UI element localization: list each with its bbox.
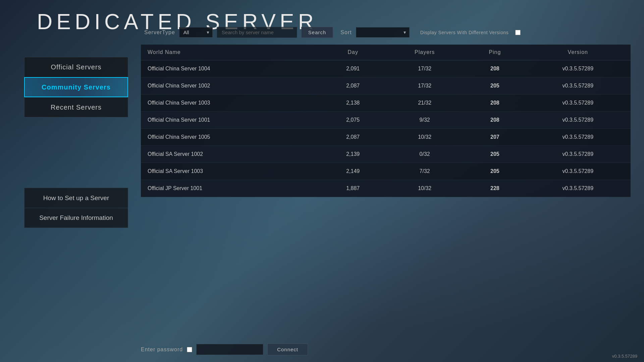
table-row[interactable]: Official China Server 1005 2,087 10/32 2… (141, 129, 631, 146)
cell-day: 2,138 (321, 95, 385, 112)
server-type-label: ServerType (144, 29, 175, 36)
table-row[interactable]: Official China Server 1001 2,075 9/32 20… (141, 112, 631, 129)
sort-label: Sort (340, 29, 352, 36)
main-panel: ServerType All Official Community Recent… (141, 27, 631, 342)
cell-version: v0.3.5.57289 (525, 163, 631, 180)
col-version: Version (525, 45, 631, 60)
search-input[interactable] (217, 27, 297, 38)
how-to-setup-button[interactable]: How to Set up a Server (24, 188, 128, 208)
table-row[interactable]: Official SA Server 1002 2,139 0/32 205 v… (141, 146, 631, 163)
cell-players: 0/32 (385, 146, 465, 163)
cell-version: v0.3.5.57289 (525, 77, 631, 95)
cell-day: 2,087 (321, 77, 385, 95)
sidebar-item-official-servers[interactable]: Official Servers (24, 57, 128, 77)
password-checkbox[interactable] (187, 347, 192, 352)
cell-server-name: Official SA Server 1002 (141, 146, 321, 163)
table-row[interactable]: Official China Server 1003 2,138 21/32 2… (141, 95, 631, 112)
cell-version: v0.3.5.57289 (525, 146, 631, 163)
table-header-row: World Name Day Players Ping Version (141, 45, 631, 60)
cell-server-name: Official China Server 1005 (141, 129, 321, 146)
server-type-select[interactable]: All Official Community Recent (179, 27, 213, 38)
diff-versions-checkbox[interactable] (515, 30, 521, 35)
cell-players: 21/32 (385, 95, 465, 112)
cell-version: v0.3.5.57289 (525, 95, 631, 112)
cell-players: 9/32 (385, 112, 465, 129)
sidebar-nav: Official Servers Community Servers Recen… (24, 57, 128, 117)
cell-day: 1,887 (321, 180, 385, 197)
cell-server-name: Official China Server 1001 (141, 112, 321, 129)
cell-ping: 205 (465, 77, 525, 95)
table-row[interactable]: Official China Server 1002 2,087 17/32 2… (141, 77, 631, 95)
cell-server-name: Official China Server 1004 (141, 60, 321, 77)
password-row: Enter password Connect (141, 344, 308, 355)
search-button[interactable]: Search (301, 27, 333, 38)
cell-version: v0.3.5.57289 (525, 180, 631, 197)
sidebar-item-recent-servers[interactable]: Recent Servers (24, 97, 128, 117)
cell-ping: 208 (465, 95, 525, 112)
cell-day: 2,075 (321, 112, 385, 129)
cell-ping: 207 (465, 129, 525, 146)
cell-ping: 208 (465, 112, 525, 129)
sort-select[interactable]: Name Day Players Ping Version (356, 27, 410, 38)
cell-players: 17/32 (385, 77, 465, 95)
cell-day: 2,091 (321, 60, 385, 77)
cell-ping: 208 (465, 60, 525, 77)
cell-server-name: Official SA Server 1003 (141, 163, 321, 180)
table-row[interactable]: Official SA Server 1003 2,149 7/32 205 v… (141, 163, 631, 180)
cell-players: 10/32 (385, 129, 465, 146)
cell-players: 17/32 (385, 60, 465, 77)
version-label: v0.3.5.57289 (612, 354, 637, 359)
cell-server-name: Official China Server 1002 (141, 77, 321, 95)
cell-ping: 205 (465, 163, 525, 180)
filter-bar: ServerType All Official Community Recent… (141, 27, 631, 38)
cell-players: 7/32 (385, 163, 465, 180)
diff-versions-label: Display Servers With Different Versions (420, 30, 509, 35)
server-type-wrapper: All Official Community Recent ▼ (179, 27, 213, 38)
col-day: Day (321, 45, 385, 60)
cell-players: 10/32 (385, 180, 465, 197)
connect-button[interactable]: Connect (267, 344, 308, 355)
cell-server-name: Official China Server 1003 (141, 95, 321, 112)
col-ping: Ping (465, 45, 525, 60)
cell-ping: 205 (465, 146, 525, 163)
password-input[interactable] (196, 344, 263, 355)
sidebar-bottom-nav: How to Set up a Server Server Failure In… (24, 188, 128, 228)
server-table: World Name Day Players Ping Version Offi… (141, 45, 631, 197)
sidebar-item-community-servers[interactable]: Community Servers (24, 77, 128, 97)
cell-version: v0.3.5.57289 (525, 60, 631, 77)
cell-version: v0.3.5.57289 (525, 112, 631, 129)
col-world-name: World Name (141, 45, 321, 60)
table-row[interactable]: Official JP Server 1001 1,887 10/32 228 … (141, 180, 631, 197)
cell-day: 2,139 (321, 146, 385, 163)
sort-wrapper: Name Day Players Ping Version ▼ (356, 27, 410, 38)
col-players: Players (385, 45, 465, 60)
cell-version: v0.3.5.57289 (525, 129, 631, 146)
table-row[interactable]: Official China Server 1004 2,091 17/32 2… (141, 60, 631, 77)
cell-day: 2,149 (321, 163, 385, 180)
server-failure-button[interactable]: Server Failure Information (24, 208, 128, 228)
enter-password-label: Enter password (141, 347, 183, 353)
cell-server-name: Official JP Server 1001 (141, 180, 321, 197)
cell-ping: 228 (465, 180, 525, 197)
cell-day: 2,087 (321, 129, 385, 146)
